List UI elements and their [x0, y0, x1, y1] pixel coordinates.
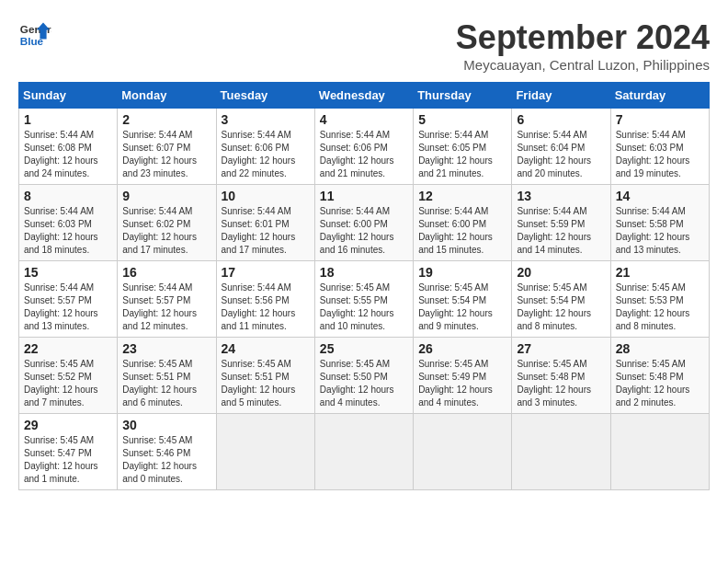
table-row: 29 Sunrise: 5:45 AMSunset: 5:47 PMDaylig…: [19, 414, 118, 490]
day-number: 10: [222, 189, 310, 203]
day-info: Sunrise: 5:44 AMSunset: 5:59 PMDaylight:…: [517, 206, 591, 255]
day-number: 19: [418, 265, 506, 280]
day-info: Sunrise: 5:44 AMSunset: 6:03 PMDaylight:…: [24, 206, 98, 255]
day-info: Sunrise: 5:44 AMSunset: 6:06 PMDaylight:…: [222, 130, 296, 178]
day-number: 22: [24, 341, 112, 356]
table-row: 17 Sunrise: 5:44 AMSunset: 5:56 PMDaylig…: [216, 261, 314, 338]
header-friday: Friday: [512, 83, 610, 109]
day-number: 5: [418, 112, 506, 127]
day-number: 11: [320, 189, 408, 203]
page-header: General Blue September 2024 Meycauayan, …: [18, 18, 710, 73]
table-row: 15 Sunrise: 5:44 AMSunset: 5:57 PMDaylig…: [19, 261, 118, 338]
calendar-row: 1 Sunrise: 5:44 AMSunset: 6:08 PMDayligh…: [19, 109, 710, 185]
table-row: 23 Sunrise: 5:45 AMSunset: 5:51 PMDaylig…: [118, 338, 216, 414]
day-info: Sunrise: 5:45 AMSunset: 5:46 PMDaylight:…: [122, 435, 197, 484]
table-row: 3 Sunrise: 5:44 AMSunset: 6:06 PMDayligh…: [216, 109, 314, 185]
header-saturday: Saturday: [610, 83, 709, 109]
day-info: Sunrise: 5:44 AMSunset: 6:06 PMDaylight:…: [320, 130, 394, 178]
table-row: 18 Sunrise: 5:45 AMSunset: 5:55 PMDaylig…: [314, 261, 413, 338]
table-row: [414, 414, 512, 490]
header-monday: Monday: [118, 83, 216, 109]
table-row: 24 Sunrise: 5:45 AMSunset: 5:51 PMDaylig…: [216, 338, 314, 414]
table-row: 20 Sunrise: 5:45 AMSunset: 5:54 PMDaylig…: [512, 261, 610, 338]
day-number: 29: [24, 418, 112, 432]
day-info: Sunrise: 5:44 AMSunset: 6:02 PMDaylight:…: [122, 206, 197, 255]
day-info: Sunrise: 5:45 AMSunset: 5:49 PMDaylight:…: [418, 359, 493, 408]
table-row: 7 Sunrise: 5:44 AMSunset: 6:03 PMDayligh…: [610, 109, 709, 185]
table-row: 22 Sunrise: 5:45 AMSunset: 5:52 PMDaylig…: [19, 338, 118, 414]
day-number: 20: [517, 265, 605, 280]
day-info: Sunrise: 5:44 AMSunset: 6:01 PMDaylight:…: [222, 206, 296, 255]
day-number: 26: [418, 341, 506, 356]
day-number: 28: [616, 341, 704, 356]
table-row: 21 Sunrise: 5:45 AMSunset: 5:53 PMDaylig…: [610, 261, 709, 338]
table-row: 8 Sunrise: 5:44 AMSunset: 6:03 PMDayligh…: [19, 185, 118, 261]
table-row: [610, 414, 709, 490]
day-info: Sunrise: 5:45 AMSunset: 5:48 PMDaylight:…: [517, 359, 591, 408]
day-number: 30: [122, 418, 210, 432]
day-info: Sunrise: 5:44 AMSunset: 6:07 PMDaylight:…: [122, 130, 197, 178]
title-area: September 2024 Meycauayan, Central Luzon…: [456, 18, 710, 73]
day-number: 17: [222, 265, 310, 280]
table-row: 1 Sunrise: 5:44 AMSunset: 6:08 PMDayligh…: [19, 109, 118, 185]
day-info: Sunrise: 5:44 AMSunset: 6:00 PMDaylight:…: [320, 206, 394, 255]
table-row: 13 Sunrise: 5:44 AMSunset: 5:59 PMDaylig…: [512, 185, 610, 261]
day-number: 6: [517, 112, 605, 127]
day-info: Sunrise: 5:44 AMSunset: 5:58 PMDaylight:…: [616, 206, 690, 255]
day-info: Sunrise: 5:44 AMSunset: 6:04 PMDaylight:…: [517, 130, 591, 178]
day-number: 16: [122, 265, 210, 280]
calendar-row: 29 Sunrise: 5:45 AMSunset: 5:47 PMDaylig…: [19, 414, 710, 490]
day-info: Sunrise: 5:44 AMSunset: 5:57 PMDaylight:…: [122, 282, 197, 331]
day-number: 21: [616, 265, 704, 280]
day-info: Sunrise: 5:45 AMSunset: 5:50 PMDaylight:…: [320, 359, 394, 408]
day-number: 9: [122, 189, 210, 203]
day-info: Sunrise: 5:45 AMSunset: 5:51 PMDaylight:…: [222, 359, 296, 408]
day-info: Sunrise: 5:45 AMSunset: 5:53 PMDaylight:…: [616, 282, 690, 331]
table-row: [216, 414, 314, 490]
day-number: 24: [222, 341, 310, 356]
day-info: Sunrise: 5:44 AMSunset: 6:05 PMDaylight:…: [418, 130, 493, 178]
calendar-row: 8 Sunrise: 5:44 AMSunset: 6:03 PMDayligh…: [19, 185, 710, 261]
table-row: 6 Sunrise: 5:44 AMSunset: 6:04 PMDayligh…: [512, 109, 610, 185]
calendar-table: Sunday Monday Tuesday Wednesday Thursday…: [18, 82, 710, 490]
day-info: Sunrise: 5:44 AMSunset: 6:08 PMDaylight:…: [24, 130, 98, 178]
table-row: 10 Sunrise: 5:44 AMSunset: 6:01 PMDaylig…: [216, 185, 314, 261]
day-number: 25: [320, 341, 408, 356]
day-number: 3: [222, 112, 310, 127]
table-row: 30 Sunrise: 5:45 AMSunset: 5:46 PMDaylig…: [118, 414, 216, 490]
table-row: [314, 414, 413, 490]
month-title: September 2024: [456, 18, 710, 57]
logo-icon: General Blue: [18, 18, 51, 52]
table-row: 9 Sunrise: 5:44 AMSunset: 6:02 PMDayligh…: [118, 185, 216, 261]
header-tuesday: Tuesday: [216, 83, 314, 109]
day-info: Sunrise: 5:44 AMSunset: 6:00 PMDaylight:…: [418, 206, 493, 255]
table-row: 5 Sunrise: 5:44 AMSunset: 6:05 PMDayligh…: [414, 109, 512, 185]
day-info: Sunrise: 5:44 AMSunset: 5:56 PMDaylight:…: [222, 282, 296, 331]
table-row: 2 Sunrise: 5:44 AMSunset: 6:07 PMDayligh…: [118, 109, 216, 185]
day-info: Sunrise: 5:45 AMSunset: 5:55 PMDaylight:…: [320, 282, 394, 331]
day-info: Sunrise: 5:44 AMSunset: 5:57 PMDaylight:…: [24, 282, 98, 331]
day-number: 12: [418, 189, 506, 203]
day-info: Sunrise: 5:44 AMSunset: 6:03 PMDaylight:…: [616, 130, 690, 178]
day-number: 4: [320, 112, 408, 127]
calendar-row: 22 Sunrise: 5:45 AMSunset: 5:52 PMDaylig…: [19, 338, 710, 414]
day-number: 18: [320, 265, 408, 280]
day-number: 15: [24, 265, 112, 280]
day-number: 7: [616, 112, 704, 127]
table-row: 14 Sunrise: 5:44 AMSunset: 5:58 PMDaylig…: [610, 185, 709, 261]
table-row: 26 Sunrise: 5:45 AMSunset: 5:49 PMDaylig…: [414, 338, 512, 414]
day-info: Sunrise: 5:45 AMSunset: 5:48 PMDaylight:…: [616, 359, 690, 408]
day-number: 23: [122, 341, 210, 356]
calendar-body: 1 Sunrise: 5:44 AMSunset: 6:08 PMDayligh…: [19, 109, 710, 490]
table-row: 16 Sunrise: 5:44 AMSunset: 5:57 PMDaylig…: [118, 261, 216, 338]
day-number: 2: [122, 112, 210, 127]
header-thursday: Thursday: [414, 83, 512, 109]
day-info: Sunrise: 5:45 AMSunset: 5:52 PMDaylight:…: [24, 359, 98, 408]
calendar-header: Sunday Monday Tuesday Wednesday Thursday…: [19, 83, 710, 109]
day-info: Sunrise: 5:45 AMSunset: 5:51 PMDaylight:…: [122, 359, 197, 408]
table-row: 12 Sunrise: 5:44 AMSunset: 6:00 PMDaylig…: [414, 185, 512, 261]
table-row: [512, 414, 610, 490]
table-row: 28 Sunrise: 5:45 AMSunset: 5:48 PMDaylig…: [610, 338, 709, 414]
logo: General Blue: [18, 18, 51, 52]
day-number: 14: [616, 189, 704, 203]
